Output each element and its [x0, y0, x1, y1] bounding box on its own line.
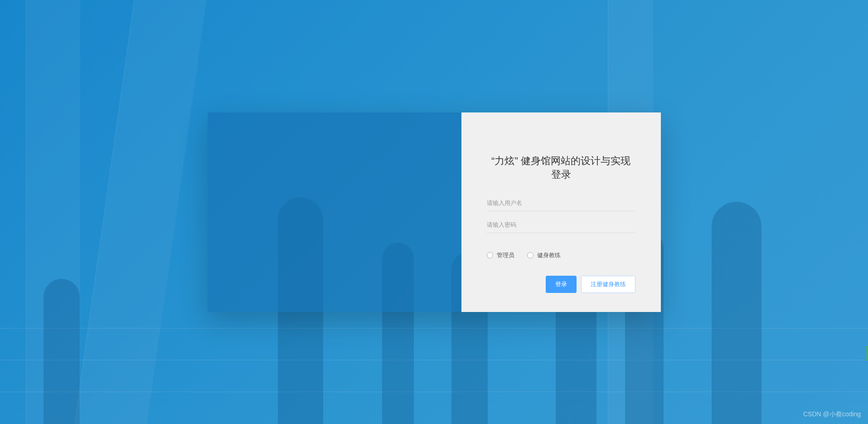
login-container: “力炫” 健身馆网站的设计与实现 登录 管理员 健身教练 登录 注册健身教练	[208, 112, 661, 312]
register-coach-button[interactable]: 注册健身教练	[581, 276, 635, 293]
role-radio-group: 管理员 健身教练	[487, 251, 635, 259]
role-admin-label: 管理员	[497, 251, 514, 259]
radio-icon	[527, 252, 533, 258]
login-button[interactable]: 登录	[546, 276, 577, 293]
decorative-left-panel	[208, 112, 461, 312]
login-form-panel: “力炫” 健身馆网站的设计与实现 登录 管理员 健身教练 登录 注册健身教练	[461, 112, 661, 312]
password-input-group	[487, 217, 635, 233]
watermark-text: CSDN @小蔡coding	[803, 410, 861, 419]
role-coach-label: 健身教练	[537, 251, 561, 259]
password-input[interactable]	[487, 217, 635, 233]
username-input-group	[487, 195, 635, 211]
role-admin-radio[interactable]: 管理员	[487, 251, 514, 259]
form-title: “力炫” 健身馆网站的设计与实现 登录	[487, 154, 635, 181]
button-row: 登录 注册健身教练	[487, 276, 635, 293]
username-input[interactable]	[487, 195, 635, 211]
radio-icon	[487, 252, 493, 258]
role-coach-radio[interactable]: 健身教练	[527, 251, 561, 259]
